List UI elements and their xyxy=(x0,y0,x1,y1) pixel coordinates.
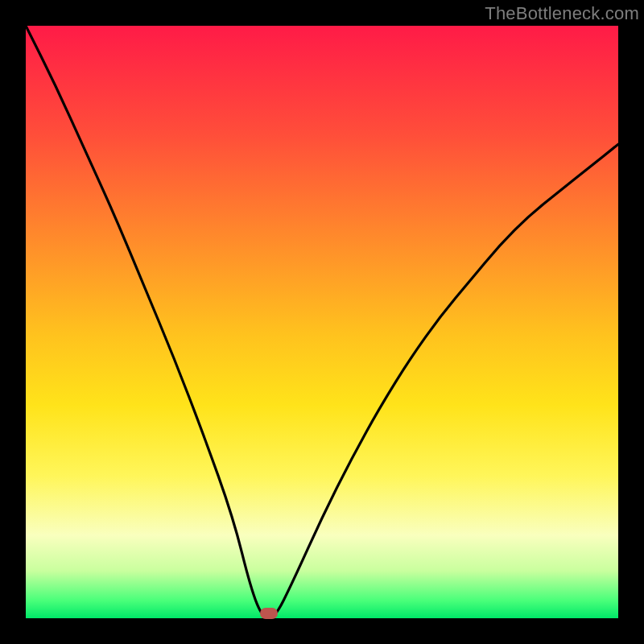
watermark-text: TheBottleneck.com xyxy=(485,3,639,24)
optimum-marker xyxy=(260,608,278,619)
curve-path xyxy=(26,26,618,618)
plot-area xyxy=(26,26,618,618)
chart-frame: TheBottleneck.com xyxy=(0,0,644,644)
bottleneck-curve xyxy=(26,26,618,618)
